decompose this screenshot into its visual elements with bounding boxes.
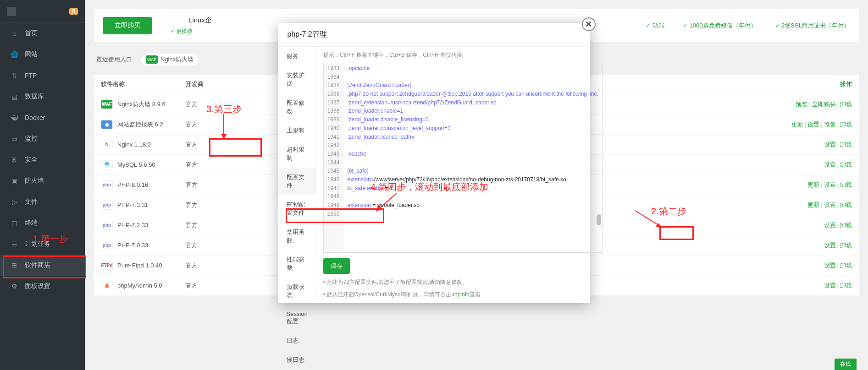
editor-hint: 提示：Ctrl+F 搜索关键字，Ctrl+S 保存，Ctrl+H 查找替换! xyxy=(323,51,603,59)
editor-code[interactable]: ;opcache [Zend ZendGuard Loader];php7 do… xyxy=(343,63,602,252)
editor-gutter: 1933193419351936193719381939194019411942… xyxy=(324,63,344,252)
modal-tab[interactable]: 慢日志 xyxy=(278,350,316,370)
config-note-2: • 默认已开启Openssl/Curl/Mysql等扩展，详情可点击phpinf… xyxy=(323,291,603,299)
modal-tab[interactable]: Session配置 xyxy=(278,305,316,331)
modal-title: php-7.2管理 xyxy=(278,23,590,47)
config-note-1: • 此处为72主配置文件,若您不了解配置规则,请勿随意修改。 xyxy=(323,278,603,286)
modal-sidebar: 服务安装扩展配置修改上限制超时限制配置文件FPM配置文件禁用函数性能调整负载状态… xyxy=(278,47,316,303)
modal-tab[interactable]: 服务 xyxy=(278,47,316,66)
modal-tab[interactable]: 安装扩展 xyxy=(278,66,316,93)
modal-tab[interactable]: 配置修改 xyxy=(278,93,316,121)
modal-tab[interactable]: 日志 xyxy=(278,331,316,350)
save-button[interactable]: 保存 xyxy=(323,258,350,274)
modal-tab[interactable]: 超时限制 xyxy=(278,140,316,168)
close-button[interactable]: ✕ xyxy=(582,17,596,31)
modal-tab[interactable]: 上限制 xyxy=(278,121,316,140)
modal-tab[interactable]: 负载状态 xyxy=(278,278,316,305)
modal-tab[interactable]: 配置文件 xyxy=(278,168,316,195)
online-status-badge[interactable]: 在线 xyxy=(835,359,857,370)
modal-tab[interactable]: FPM配置文件 xyxy=(278,195,316,223)
close-icon: ✕ xyxy=(585,19,592,29)
modal-tab[interactable]: 性能调整 xyxy=(278,250,316,278)
modal-content: 提示：Ctrl+F 搜索关键字，Ctrl+S 保存，Ctrl+H 查找替换! 1… xyxy=(316,47,610,303)
modal-overlay: ✕ php-7.2管理 服务安装扩展配置修改上限制超时限制配置文件FPM配置文件… xyxy=(0,0,868,370)
php-manage-modal: ✕ php-7.2管理 服务安装扩展配置修改上限制超时限制配置文件FPM配置文件… xyxy=(278,23,590,303)
modal-tab[interactable]: 禁用函数 xyxy=(278,223,316,250)
config-editor[interactable]: 1933193419351936193719381939194019411942… xyxy=(323,63,603,253)
phpinfo-link[interactable]: phpinfo xyxy=(451,291,469,298)
scrollbar-thumb[interactable] xyxy=(597,214,601,225)
